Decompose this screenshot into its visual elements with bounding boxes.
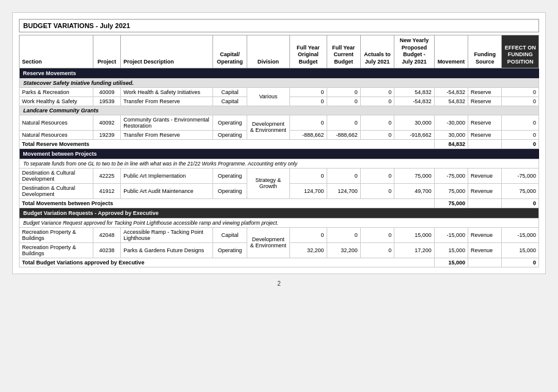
col-section: Section bbox=[20, 35, 93, 68]
data-cell: 0 bbox=[360, 96, 394, 106]
data-cell: Operating bbox=[213, 130, 247, 139]
data-cell: 40009 bbox=[93, 87, 120, 96]
data-cell: 15,000 bbox=[394, 227, 434, 242]
data-cell: 17,200 bbox=[394, 242, 434, 258]
data-cell: 0 bbox=[327, 227, 360, 242]
data-cell: Operating bbox=[213, 242, 247, 258]
col-capital-operating: Capital/ Operating bbox=[213, 35, 247, 68]
data-cell: Operating bbox=[213, 168, 247, 183]
data-cell: Reserve bbox=[468, 130, 502, 139]
data-cell: Natural Resources bbox=[20, 115, 93, 130]
data-cell: 30,000 bbox=[434, 130, 468, 139]
total-cell: 75,000 bbox=[434, 198, 468, 208]
data-cell: -15,000 bbox=[434, 227, 468, 242]
total-row: Total Reserve Movements84,8320 bbox=[20, 139, 539, 148]
page-number: 2 bbox=[277, 280, 281, 287]
col-full-year-current: Full Year Current Budget bbox=[327, 35, 360, 68]
data-cell: 15,000 bbox=[434, 242, 468, 258]
data-cell: 0 bbox=[327, 168, 360, 183]
col-project: Project bbox=[93, 35, 120, 68]
data-cell: Work Healthy & Safety bbox=[20, 96, 93, 106]
data-cell: 0 bbox=[360, 227, 394, 242]
data-cell: 0 bbox=[290, 115, 327, 130]
col-division: Division bbox=[247, 35, 289, 68]
data-cell: -30,000 bbox=[434, 115, 468, 130]
data-cell: Destination & Cultural Development bbox=[20, 183, 93, 198]
data-cell: Transfer From Reserve bbox=[121, 130, 213, 139]
total-cell bbox=[468, 139, 502, 148]
data-cell: 0 bbox=[290, 168, 327, 183]
total-cell: Total Budget Variations approved by Exec… bbox=[20, 258, 435, 267]
data-cell: 0 bbox=[502, 130, 539, 139]
data-cell: Development & Environment bbox=[247, 115, 289, 139]
note-row-cell: To separate funds from one GL to two to … bbox=[20, 159, 539, 168]
data-cell: -54,832 bbox=[394, 96, 434, 106]
data-cell: -15,000 bbox=[502, 227, 539, 242]
data-cell: -54,832 bbox=[434, 87, 468, 96]
total-cell bbox=[468, 258, 502, 267]
data-cell: 54,832 bbox=[394, 87, 434, 96]
table-row: Destination & Cultural Development42225P… bbox=[20, 168, 539, 183]
table-row: Parks & Recreation40009Work Health & Saf… bbox=[20, 87, 539, 96]
dark-section-header-cell: Budget Variation Requests - Approved by … bbox=[20, 208, 539, 218]
data-cell: 19539 bbox=[93, 96, 120, 106]
data-cell: 30,000 bbox=[394, 115, 434, 130]
data-cell: Reserve bbox=[468, 96, 502, 106]
data-cell: 75,000 bbox=[502, 183, 539, 198]
data-cell: Capital bbox=[213, 96, 247, 106]
data-cell: Community Grants - Environmental Restora… bbox=[121, 115, 213, 130]
data-cell: 0 bbox=[360, 87, 394, 96]
data-cell: Natural Resources bbox=[20, 130, 93, 139]
data-cell: 0 bbox=[290, 87, 327, 96]
data-cell: 19239 bbox=[93, 130, 120, 139]
data-cell: -918,662 bbox=[394, 130, 434, 139]
data-cell: 124,700 bbox=[327, 183, 360, 198]
section-header-cell: Movement between Projects bbox=[20, 148, 539, 159]
data-cell: 0 bbox=[360, 168, 394, 183]
data-cell: 75,000 bbox=[394, 168, 434, 183]
data-cell: Parks & Recreation bbox=[20, 87, 93, 96]
data-cell: Revenue bbox=[468, 242, 502, 258]
data-cell: 0 bbox=[360, 183, 394, 198]
data-cell: 0 bbox=[327, 96, 360, 106]
data-cell: 32,200 bbox=[327, 242, 360, 258]
data-cell: 0 bbox=[502, 115, 539, 130]
total-cell bbox=[468, 198, 502, 208]
data-cell: 0 bbox=[360, 130, 394, 139]
total-cell: 0 bbox=[502, 139, 539, 148]
table-row: Natural Resources40092Community Grants -… bbox=[20, 115, 539, 130]
data-cell: Revenue bbox=[468, 227, 502, 242]
data-cell: 124,700 bbox=[290, 183, 327, 198]
col-new-yearly: New Yearly Proposed Budget - July 2021 bbox=[394, 35, 434, 68]
data-cell: 0 bbox=[290, 227, 327, 242]
data-cell: -75,000 bbox=[502, 168, 539, 183]
report-title: BUDGET VARIATIONS - July 2021 bbox=[19, 19, 539, 32]
sub-header-cell: Landcare Community Grants bbox=[20, 106, 539, 115]
data-cell: Public Art Implementation bbox=[121, 168, 213, 183]
total-cell: 15,000 bbox=[434, 258, 468, 267]
data-cell: -75,000 bbox=[434, 168, 468, 183]
data-cell: -888,662 bbox=[327, 130, 360, 139]
note-row-cell: Budget Variance Request approved for Tac… bbox=[20, 218, 539, 227]
total-cell: Total Reserve Movements bbox=[20, 139, 435, 148]
data-cell: 42048 bbox=[93, 227, 120, 242]
page-container: BUDGET VARIATIONS - July 2021 Section Pr… bbox=[12, 12, 546, 274]
col-actuals: Actuals to July 2021 bbox=[360, 35, 394, 68]
data-cell: Strategy & Growth bbox=[247, 168, 289, 198]
data-cell: Transfer From Reserve bbox=[121, 96, 213, 106]
data-cell: 0 bbox=[327, 87, 360, 96]
data-cell: 40238 bbox=[93, 242, 120, 258]
data-cell: Work Health & Safety Initiatives bbox=[121, 87, 213, 96]
col-description: Project Description bbox=[121, 35, 213, 68]
data-cell: 0 bbox=[360, 115, 394, 130]
total-cell: 0 bbox=[502, 258, 539, 267]
data-cell: Capital bbox=[213, 87, 247, 96]
data-cell: Development & Environment bbox=[247, 227, 289, 258]
data-cell: Capital bbox=[213, 227, 247, 242]
col-funding-source: Funding Source bbox=[468, 35, 502, 68]
data-cell: 49,700 bbox=[394, 183, 434, 198]
data-cell: Reserve bbox=[468, 115, 502, 130]
sub-header-cell: Statecover Safety Iniative funding utili… bbox=[20, 78, 539, 87]
data-cell: 0 bbox=[502, 87, 539, 96]
total-cell: Total Movements between Projects bbox=[20, 198, 435, 208]
